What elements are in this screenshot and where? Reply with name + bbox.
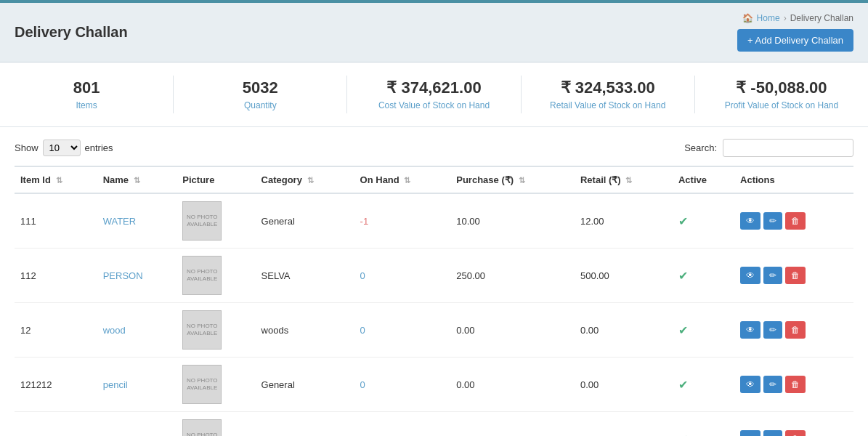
cell-picture: NO PHOTO AVAILABLE [177,412,255,437]
cell-on-hand: 10 [354,412,451,437]
table-row: 112 PERSON NO PHOTO AVAILABLE SELVA 0 25… [15,249,853,303]
edit-button[interactable]: ✏ [763,430,782,436]
stat-items: 801 Items [0,76,174,113]
cell-purchase: 250.00 [450,249,575,303]
cell-on-hand: 0 [354,358,451,412]
edit-button[interactable]: ✏ [763,321,782,339]
stat-profit-value: ₹ -50,088.00 Profit Value of Stock on Ha… [695,76,868,113]
stat-items-label: Items [15,100,158,110]
no-photo-image: NO PHOTO AVAILABLE [182,256,222,295]
delete-button[interactable]: 🗑 [785,376,806,393]
cell-retail: 500.00 [575,249,673,303]
table-row: 121212 pencil NO PHOTO AVAILABLE General… [15,358,853,412]
view-button[interactable]: 👁 [740,267,760,284]
cell-picture: NO PHOTO AVAILABLE [177,193,255,249]
delete-button[interactable]: 🗑 [785,430,806,436]
cell-on-hand: -1 [354,193,451,249]
col-actions: Actions [734,166,853,193]
active-check-icon: ✔ [678,270,688,282]
edit-button[interactable]: ✏ [763,212,782,230]
col-item-id: Item Id ⇅ [15,166,97,193]
cell-active: ✔ [673,358,734,412]
cell-purchase: 0.00 [450,303,575,358]
stat-cost-value: ₹ 374,621.00 Cost Value of Stock on Hand [347,76,521,113]
stat-profit-value-value: ₹ -50,088.00 [710,78,853,97]
cell-category: General [256,193,354,249]
cell-item-id: 112 [15,249,97,303]
col-category: Category ⇅ [256,166,354,193]
sort-icon-purchase[interactable]: ⇅ [519,176,525,185]
cell-on-hand: 0 [354,303,451,358]
table-controls: Show 10 25 50 100 entries Search: [15,139,853,157]
stat-retail-value-label: Retail Value of Stock on Hand [536,100,680,110]
search-label: Search: [684,142,717,153]
entries-label: entries [85,142,113,153]
cell-actions: 👁 ✏ 🗑 [734,303,853,358]
cell-item-id: 111 [15,193,97,249]
home-icon: 🏠 [742,13,753,23]
view-button[interactable]: 👁 [740,376,760,393]
add-delivery-challan-button[interactable]: + Add Delivery Challan [737,29,853,52]
cell-active: ✔ [673,249,734,303]
view-button[interactable]: 👁 [740,430,760,436]
stat-cost-value-value: ₹ 374,621.00 [362,78,506,97]
stats-row: 801 Items 5032 Quantity ₹ 374,621.00 Cos… [0,62,868,127]
cell-retail: 4500.00 [575,412,673,437]
edit-button[interactable]: ✏ [763,376,782,393]
cell-name: PERSON [97,249,177,303]
header-right: 🏠 Home › Delivery Challan + Add Delivery… [737,13,853,52]
col-active: Active [673,166,734,193]
sort-icon-name[interactable]: ⇅ [134,176,140,185]
delete-button[interactable]: 🗑 [785,212,806,230]
no-photo-image: NO PHOTO AVAILABLE [182,365,222,404]
sort-icon-retail[interactable]: ⇅ [625,176,632,185]
search-input[interactable] [723,139,853,157]
breadcrumb-home[interactable]: Home [757,13,780,23]
item-name-link[interactable]: WATER [103,216,137,227]
active-check-icon: ✔ [678,379,688,391]
no-photo-image: NO PHOTO AVAILABLE [182,201,222,241]
cell-purchase: 10.00 [450,193,575,249]
view-button[interactable]: 👁 [740,321,760,339]
search-box: Search: [684,139,853,157]
cell-active: ✔ [673,303,734,358]
cell-on-hand: 0 [354,249,451,303]
sort-icon-category[interactable]: ⇅ [307,176,314,185]
item-name-link[interactable]: wood [103,325,126,336]
edit-button[interactable]: ✏ [763,267,782,284]
col-name: Name ⇅ [97,166,177,193]
breadcrumb: 🏠 Home › Delivery Challan [742,13,853,23]
item-name-link[interactable]: pencil [103,379,128,390]
delete-button[interactable]: 🗑 [785,267,806,284]
table-header-row: Item Id ⇅ Name ⇅ Picture Category ⇅ On H… [15,166,853,193]
stat-quantity-label: Quantity [188,100,332,110]
cell-category: General [256,358,354,412]
item-name-link[interactable]: wooden [103,434,137,437]
entries-select[interactable]: 10 25 50 100 [43,140,81,156]
stat-items-value: 801 [15,78,158,97]
col-retail: Retail (₹) ⇅ [575,166,673,193]
view-button[interactable]: 👁 [740,212,760,230]
cell-purchase: 3500.00 [450,412,575,437]
cell-actions: 👁 ✏ 🗑 [734,358,853,412]
stat-profit-value-label: Profit Value of Stock on Hand [710,100,853,110]
active-check-icon: ✔ [678,433,688,437]
cell-retail: 0.00 [575,303,673,358]
stat-quantity: 5032 Quantity [174,76,347,113]
show-label: Show [15,142,38,153]
no-photo-image: NO PHOTO AVAILABLE [182,310,222,350]
sort-icon-on-hand[interactable]: ⇅ [404,176,410,185]
cell-retail: 12.00 [575,193,673,249]
cell-picture: NO PHOTO AVAILABLE [177,249,255,303]
cell-retail: 0.00 [575,358,673,412]
sort-icon-item-id[interactable]: ⇅ [56,176,62,185]
item-name-link[interactable]: PERSON [103,270,143,281]
active-check-icon: ✔ [678,215,688,227]
stat-retail-value-value: ₹ 324,533.00 [536,78,680,97]
cell-name: pencil [97,358,177,412]
breadcrumb-separator: › [784,13,787,23]
stat-retail-value: ₹ 324,533.00 Retail Value of Stock on Ha… [522,76,695,113]
table-row: 111 WATER NO PHOTO AVAILABLE General -1 … [15,193,853,249]
cell-name: wooden [97,412,177,437]
delete-button[interactable]: 🗑 [785,321,806,339]
